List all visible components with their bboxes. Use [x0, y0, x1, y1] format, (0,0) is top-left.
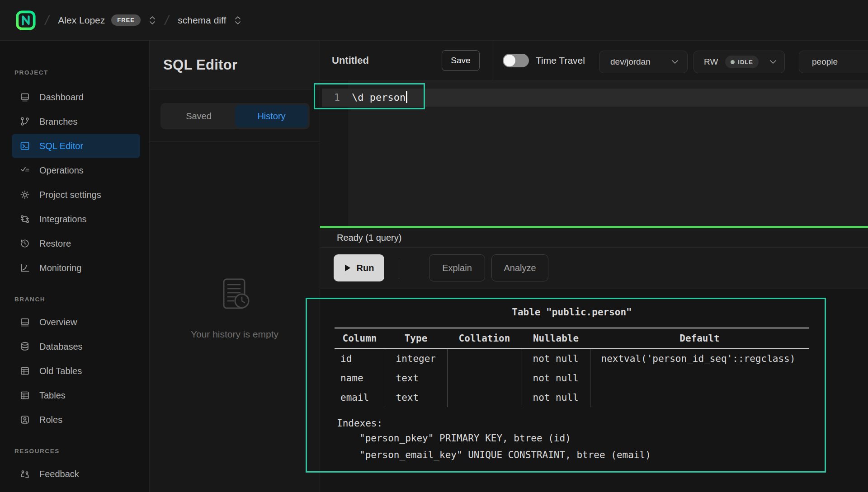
sidebar-item-label: Project settings	[39, 190, 101, 200]
text-cursor	[406, 91, 407, 103]
column-header: Collation	[447, 328, 522, 349]
cell	[447, 388, 522, 407]
toggle-knob	[504, 55, 515, 66]
sidebar-item-databases[interactable]: Databases	[12, 334, 140, 359]
analyze-button[interactable]: Analyze	[491, 254, 548, 281]
restore-icon	[20, 239, 30, 248]
sidebar-item-label: Monitoring	[39, 263, 81, 273]
query-history-panel: SQL Editor Saved History Your history is…	[150, 41, 320, 492]
result-table-title: Table "public.person"	[335, 305, 809, 319]
sidebar-item-label: Branches	[39, 117, 78, 127]
breadcrumb-project[interactable]: schema diff	[178, 15, 226, 26]
index-entry: "person_email_key" UNIQUE CONSTRAINT, bt…	[335, 447, 809, 464]
cell: integer	[385, 349, 447, 368]
table-row: name text not null	[335, 368, 809, 388]
cell: id	[335, 349, 385, 368]
sidebar-item-old-tables[interactable]: Old Tables	[12, 359, 140, 383]
breadcrumb-org[interactable]: Alex Lopez	[58, 15, 105, 26]
compute-status-text: IDLE	[738, 59, 753, 66]
branches-icon	[20, 117, 30, 127]
indexes-block: Indexes: "person_pkey" PRIMARY KEY, btre…	[335, 417, 809, 464]
dashboard-icon	[20, 92, 30, 102]
table-icon	[20, 366, 30, 376]
cell: text	[385, 388, 447, 407]
database-select[interactable]: people	[799, 51, 868, 73]
cell: text	[385, 368, 447, 388]
sidebar-item-label: SQL Editor	[39, 141, 83, 151]
sql-editor-panel: Untitled Save Time Travel dev/jordan RW …	[320, 41, 868, 492]
saved-history-tabs: Saved History	[160, 103, 310, 129]
cell	[590, 368, 809, 388]
sidebar-item-tables[interactable]: Tables	[12, 383, 140, 408]
history-empty-message: Your history is empty	[191, 329, 278, 340]
sidebar-item-label: Dashboard	[39, 92, 84, 103]
indexes-label: Indexes:	[335, 417, 809, 430]
overview-icon	[20, 317, 30, 327]
org-switcher-chevrons-icon[interactable]	[149, 14, 156, 26]
roles-icon	[20, 415, 30, 425]
sidebar-item-label: Feedback	[39, 469, 79, 479]
sidebar-item-monitoring[interactable]: Monitoring	[12, 256, 140, 280]
chevron-down-icon	[769, 57, 777, 67]
cell	[447, 349, 522, 368]
gear-icon	[20, 190, 30, 200]
sidebar-item-restore[interactable]: Restore	[12, 231, 140, 256]
compute-status-badge: IDLE	[725, 56, 759, 68]
cell: name	[335, 368, 385, 388]
results-panel: Table "public.person" Column Type Collat…	[320, 289, 868, 492]
column-header: Default	[590, 328, 809, 349]
sidebar-item-feedback[interactable]: Feedback	[12, 462, 140, 486]
column-header: Type	[385, 328, 447, 349]
sidebar-item-label: Overview	[39, 317, 77, 328]
sidebar-item-overview[interactable]: Overview	[12, 310, 140, 334]
top-bar: / Alex Lopez FREE / schema diff	[0, 0, 868, 41]
sidebar-item-dashboard[interactable]: Dashboard	[12, 85, 140, 109]
cell: email	[335, 388, 385, 407]
divider	[150, 141, 320, 142]
explain-button[interactable]: Explain	[429, 254, 485, 281]
database-select-value: people	[812, 57, 838, 67]
code-line[interactable]: \d person	[352, 89, 407, 107]
query-title[interactable]: Untitled	[332, 41, 369, 80]
neon-logo-icon[interactable]	[15, 10, 36, 31]
feedback-icon	[20, 469, 30, 479]
branch-select[interactable]: dev/jordan	[599, 51, 688, 73]
compute-select[interactable]: RW IDLE	[693, 51, 785, 73]
index-entry: "person_pkey" PRIMARY KEY, btree (id)	[335, 430, 809, 447]
actions-row: Run Explain Analyze	[320, 248, 868, 289]
time-travel-toggle[interactable]	[503, 54, 529, 67]
sidebar-item-sql-editor[interactable]: SQL Editor	[12, 134, 140, 158]
table-row: id integer not null nextval('person_id_s…	[335, 349, 809, 368]
run-button[interactable]: Run	[334, 254, 384, 281]
cell	[447, 368, 522, 388]
play-icon	[344, 264, 351, 272]
sidebar-item-label: Tables	[39, 390, 66, 401]
result-table: Column Type Collation Nullable Default i…	[335, 328, 809, 407]
tab-history[interactable]: History	[235, 105, 308, 127]
sidebar-item-project-settings[interactable]: Project settings	[12, 183, 140, 207]
page-title: SQL Editor	[163, 57, 237, 73]
save-button[interactable]: Save	[442, 50, 480, 71]
table-icon	[20, 390, 30, 400]
history-empty-icon	[214, 276, 255, 317]
panel-header: SQL Editor	[150, 41, 320, 89]
sidebar-item-operations[interactable]: Operations	[12, 158, 140, 183]
column-header: Column	[335, 328, 385, 349]
code-editor[interactable]: 1 \d person	[320, 80, 868, 226]
branch-select-value: dev/jordan	[610, 57, 651, 67]
sidebar-item-integrations[interactable]: Integrations	[12, 207, 140, 231]
sidebar-item-branches[interactable]: Branches	[12, 109, 140, 134]
sidebar-item-roles[interactable]: Roles	[12, 408, 140, 432]
sidebar-section-resources: RESOURCES	[0, 443, 149, 459]
divider	[399, 259, 399, 279]
divider	[492, 41, 492, 80]
sidebar-item-label: Roles	[39, 415, 62, 425]
history-empty-state: Your history is empty	[150, 276, 320, 340]
line-number: 1	[320, 89, 340, 107]
breadcrumb-separator: /	[43, 13, 51, 28]
tab-saved[interactable]: Saved	[162, 105, 235, 127]
sidebar-item-label: Restore	[39, 239, 71, 249]
column-header: Nullable	[522, 328, 590, 349]
chevron-down-icon	[671, 57, 679, 67]
project-switcher-chevrons-icon[interactable]	[234, 14, 241, 26]
